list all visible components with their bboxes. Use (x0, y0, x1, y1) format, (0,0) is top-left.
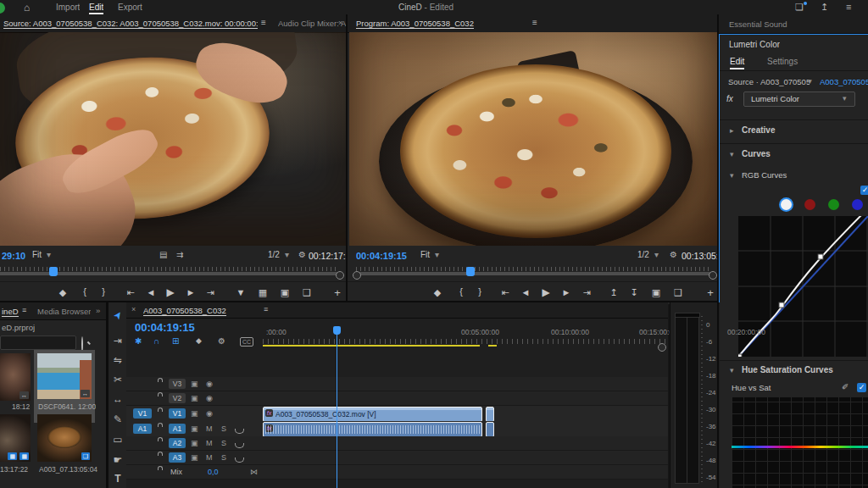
go-to-in-button[interactable]: ⇤ (124, 287, 137, 298)
source-trim-icon[interactable]: ⇉ (176, 250, 183, 259)
hue-vs-sat-graph[interactable] (732, 397, 868, 488)
hue-curve-line[interactable] (732, 446, 868, 448)
tab-sequence[interactable]: A003_07050538_C032 (143, 306, 226, 316)
button-editor-plus[interactable]: + (331, 286, 344, 299)
track-target-a2[interactable]: A2 (169, 438, 186, 448)
rectangle-tool[interactable]: ▭ (108, 434, 127, 446)
play-button[interactable]: ▶ (539, 286, 553, 298)
hand-tool[interactable]: ☛ (108, 454, 127, 466)
program-playhead[interactable] (466, 267, 475, 276)
audio-clip[interactable]: fx (263, 422, 482, 437)
program-fit-dropdown[interactable]: Fit▾ (420, 250, 439, 259)
step-forward-button[interactable]: ► (184, 287, 198, 297)
mute-button[interactable]: M (206, 424, 213, 433)
ripple-edit-tool[interactable]: ⇋ (108, 354, 127, 366)
video-clip-fragment[interactable] (486, 407, 494, 422)
track-select-forward-tool[interactable]: ⇥ (108, 335, 127, 347)
slip-tool[interactable]: ↔ (108, 393, 127, 405)
timeline-playhead-line[interactable] (337, 328, 337, 488)
audio-clip-fragment[interactable] (486, 422, 494, 437)
track-target-a1[interactable]: A1 (169, 424, 186, 434)
source-scroll-handle-right[interactable] (336, 271, 344, 280)
source-tab-close-icon[interactable]: × (338, 18, 343, 27)
program-timecode[interactable]: 00:04:19:15 (356, 251, 407, 261)
comparison-view-button[interactable]: ❑ (671, 287, 685, 298)
insert-button[interactable]: ▼ (234, 287, 248, 297)
clip-thumbnail[interactable]: ↔ (0, 353, 31, 401)
eyedropper-icon[interactable]: ✐ (842, 382, 849, 391)
mark-out-button[interactable]: } (97, 286, 110, 297)
timeline-timecode[interactable]: 00:04:19:15 (135, 321, 195, 334)
blue-channel-dot[interactable] (852, 199, 863, 210)
source-video-frame[interactable] (0, 32, 346, 246)
tab-media-browser[interactable]: Media Browser (37, 307, 91, 316)
hue-vs-sat-enable-checkbox[interactable]: ✓ (857, 383, 866, 392)
compare-view-button[interactable]: ❑ (300, 287, 314, 298)
marker-icon[interactable]: ◆ (196, 336, 202, 345)
lumetri-title[interactable]: Lumetri Color (729, 40, 780, 49)
program-scroll-handle-left[interactable] (353, 271, 361, 280)
mix-fader-icon[interactable]: ⋈ (250, 468, 258, 476)
sync-lock-icon[interactable]: ▣ (191, 409, 198, 418)
solo-button[interactable]: S (221, 453, 226, 462)
source-settings-icon[interactable]: ▤ (159, 250, 167, 259)
razor-tool[interactable]: ✂ (108, 374, 127, 385)
program-video-frame[interactable] (349, 32, 717, 246)
track-visibility-eye-icon[interactable]: ◉ (206, 394, 213, 402)
green-channel-dot[interactable] (828, 199, 839, 210)
tab-overflow-icon[interactable]: » (96, 306, 100, 315)
mark-in-button[interactable]: { (78, 286, 92, 297)
step-back-button[interactable]: ◄ (519, 287, 532, 297)
menu-burger-icon[interactable]: ≡ (846, 2, 851, 12)
linked-selection-icon[interactable]: ⊞ (172, 336, 179, 346)
program-wrench-icon[interactable]: ⚙ (670, 250, 677, 259)
chevron-down-icon[interactable]: ▾ (808, 76, 812, 86)
overwrite-button[interactable]: ▦ (256, 287, 270, 298)
nest-toggle-icon[interactable]: ✱ (135, 336, 142, 346)
source-patch-a1[interactable]: A1 (133, 424, 152, 434)
pen-tool[interactable]: ✎ (108, 413, 127, 425)
white-channel-dot[interactable] (781, 199, 792, 210)
add-marker-button[interactable]: ◆ (431, 287, 444, 298)
sync-lock-icon[interactable]: ▣ (191, 453, 198, 462)
mix-level-value[interactable]: 0,0 (208, 468, 219, 476)
track-target-v1[interactable]: V1 (169, 408, 186, 419)
timeline-ruler[interactable]: :00:00 00:05:00:00 00:10:00:00 00:15:00:… (263, 324, 668, 350)
video-clip[interactable]: fx A003_07050538_C032.mov [V] (263, 407, 482, 422)
add-marker-button[interactable]: ◆ (56, 287, 70, 298)
clip-thumbnail[interactable]: ▦ ▦ (0, 414, 31, 462)
source-zoom-dropdown[interactable]: 1/2▾ (268, 250, 289, 259)
share-icon[interactable]: ↥ (821, 2, 828, 13)
red-channel-dot[interactable] (804, 199, 815, 210)
rgb-curves-enable-checkbox[interactable]: ✓ (860, 186, 868, 195)
sync-lock-icon[interactable]: ▣ (191, 424, 198, 433)
solo-button[interactable]: S (221, 424, 226, 433)
source-scrubber[interactable] (0, 266, 346, 280)
sync-lock-icon[interactable]: ▣ (191, 394, 198, 402)
sequence-tab-menu-icon[interactable]: ≡ (264, 305, 268, 313)
step-forward-button[interactable]: ► (559, 287, 573, 297)
timeline-playhead-head[interactable] (333, 326, 341, 335)
track-visibility-eye-icon[interactable]: ◉ (206, 380, 213, 388)
timeline-wrench-icon[interactable]: ⚙ (218, 336, 225, 346)
tab-lumetri-edit[interactable]: Edit (730, 57, 744, 69)
menu-export[interactable]: Export (118, 3, 142, 12)
mark-out-button[interactable]: } (473, 286, 487, 297)
track-target-v3[interactable]: V3 (169, 379, 186, 389)
program-scrubber[interactable] (348, 266, 719, 280)
track-target-v2[interactable]: V2 (169, 393, 186, 403)
section-curves[interactable]: ▾ Curves (720, 143, 868, 166)
source-timecode[interactable]: 29:10 (2, 251, 25, 261)
mark-in-button[interactable]: { (454, 286, 468, 297)
clip-name-link[interactable]: A003_07050538_C0 (820, 77, 868, 86)
export-frame-button[interactable]: ▣ (649, 287, 663, 298)
mute-button[interactable]: M (206, 439, 213, 447)
source-tab-menu-icon[interactable]: ≡ (261, 18, 266, 27)
tab-source[interactable]: Source: A003_07050538_C032: A003_0705053… (3, 19, 258, 29)
tab-project-cined[interactable]: ineD (2, 307, 19, 317)
sync-lock-icon[interactable]: ▣ (191, 380, 198, 388)
section-creative[interactable]: ▸ Creative (720, 119, 868, 142)
snap-icon[interactable]: ∩ (153, 336, 159, 346)
export-frame-button[interactable]: ▣ (278, 287, 292, 298)
clip-thumbnail-dscf[interactable]: ↔ (37, 353, 92, 399)
